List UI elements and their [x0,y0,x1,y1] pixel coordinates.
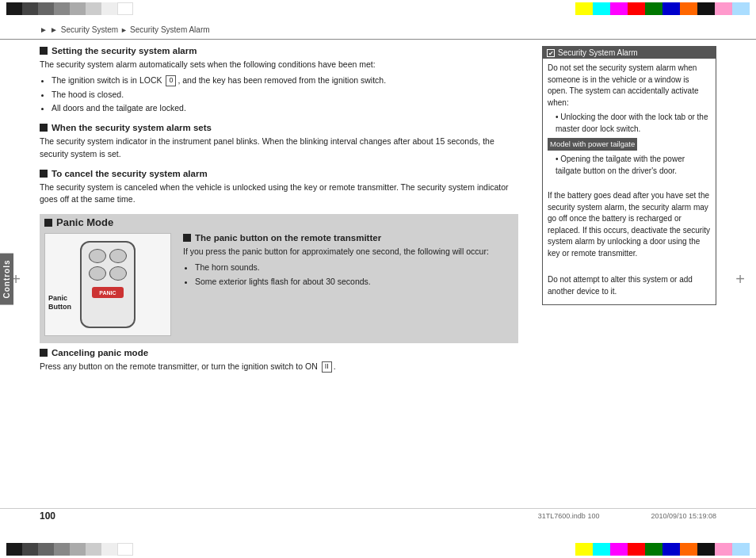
date-info-text: 2010/09/10 15:19:08 [651,512,716,520]
remote-transmitter: PANIC [80,241,136,328]
b-swatch-r [628,543,645,556]
cancel-panic-text-prefix: Press any button on the remote transmitt… [40,361,318,371]
cancel-panic-title: Canceling panic mode [52,348,148,357]
rb-bullet-text-1: Unlocking the door with the lock tab or … [556,113,708,133]
breadcrumb-separator: ► [120,26,128,34]
content-area: Setting the security system alarm The se… [0,40,756,531]
right-column: ✔ Security System Alarm Do not set the s… [542,46,716,531]
setting-alarm-heading: Setting the security system alarm [40,46,518,55]
panic-right: The panic button on the remote transmitt… [183,233,514,336]
breadcrumb-arrow2: ► [50,25,58,34]
inline-box-0: 0 [166,75,176,86]
swatch-magenta [610,2,628,15]
setting-alarm-bullets: The ignition switch is in LOCK 0, and th… [52,75,518,115]
heading-box-icon6 [40,349,48,357]
bottom-bar: 100 31TL7600.indb 100 2010/09/10 15:19:0… [0,508,756,523]
heading-box-icon3 [40,170,48,178]
heading-box-icon [40,47,48,55]
swatch-yellow [575,2,593,15]
b-swatch-p [715,543,732,556]
checkbox-icon: ✔ [547,49,555,57]
panic-button-text: PANIC [99,290,116,296]
heading-box-icon4 [44,219,52,227]
breadcrumb: ► ► Security System ► Security System Al… [0,17,756,40]
b-swatch-6 [86,543,101,556]
b-swatch-c [593,543,610,556]
rb-text-2: If the battery goes dead after you have … [548,190,711,259]
cancel-panic-body: Press any button on the remote transmitt… [40,361,518,373]
b-swatch-7 [101,543,117,556]
panic-title: Panic Mode [56,216,113,228]
cancel-alarm-body: The security system is canceled when the… [40,182,518,207]
setting-alarm-title: Setting the security system alarm [52,46,197,55]
remote-btn-4 [109,266,127,281]
b-swatch-b [662,543,680,556]
panic-remote-heading: The panic button on the remote transmitt… [183,233,514,243]
right-box-header: ✔ Security System Alarm [543,47,716,59]
rb-bullet-text-2: Opening the tailgate with the power tail… [556,155,685,175]
panic-bullet-text-1: The horn sounds. [195,262,260,272]
panic-button-label: Panic Button [48,294,71,311]
setting-alarm-body: The security system alarm automatically … [40,59,518,71]
panic-section: Panic Mode Panic Button [40,214,518,343]
panic-bullet-2: Some exterior lights flash for about 30 … [195,276,514,289]
side-tab: Controls [0,253,13,304]
swatch-white [117,2,133,15]
b-swatch-k [697,543,715,556]
model-highlight: Model with power tailgate [548,138,637,151]
cancel-alarm-heading: To cancel the security system alarm [40,169,518,178]
rb-text-3: Do not attempt to alter this system or a… [548,274,711,297]
b-swatch-o [680,543,697,556]
when-alarm-title: When the security system alarm sets [52,123,212,132]
swatch-light-gray [70,2,86,15]
when-alarm-heading: When the security system alarm sets [40,123,518,132]
swatch-lighter-gray [86,2,101,15]
swatch-orange [680,2,697,15]
right-box-body: Do not set the security system alarm whe… [543,59,716,304]
swatch-pink [715,2,732,15]
rb-bullet-2: • Opening the tailgate with the power ta… [556,154,711,177]
panic-bullet-1: The horn sounds. [195,262,514,274]
panic-heading: Panic Mode [44,216,514,228]
b-swatch-lb [732,543,750,556]
panic-bullet-text-2: Some exterior lights flash for about 30 … [195,277,371,286]
rb-text-1: Do not set the security system alarm whe… [548,63,711,109]
right-box: ✔ Security System Alarm Do not set the s… [542,46,716,305]
bullet-item-0: The ignition switch is in LOCK 0, and th… [52,75,518,87]
swatch-green [645,2,662,15]
swatch-red [628,2,645,15]
b-swatch-y [575,543,593,556]
bullet-text-1: The hood is closed. [52,90,124,99]
swatch-dark-gray [22,2,38,15]
b-swatch-4 [54,543,70,556]
swatch-gray [38,2,54,15]
b-swatch-8 [117,543,133,556]
page-number: 100 [40,510,55,522]
remote-btn-row-2 [89,266,127,281]
remote-btn-row-1 [89,249,127,263]
bullet-text-0b: , and the key has been removed from the … [178,75,386,85]
swatch-mid-gray [54,2,70,15]
cancel-alarm-title: To cancel the security system alarm [52,169,208,178]
heading-box-icon2 [40,124,48,132]
panic-remote-title: The panic button on the remote transmitt… [195,233,381,243]
panic-remote-body: If you press the panic button for approx… [183,246,514,258]
left-column: Setting the security system alarm The se… [40,46,526,531]
b-swatch-g [645,543,662,556]
swatch-black [6,2,22,15]
remote-btn-1 [89,249,106,263]
bullet-text-2: All doors and the tailgate are locked. [52,103,186,113]
swatch-black2 [697,2,715,15]
cancel-panic-heading: Canceling panic mode [40,348,518,357]
remote-btn-3 [89,266,106,281]
panic-red-button: PANIC [92,287,124,298]
file-info: 31TL7600.indb 100 2010/09/10 15:19:08 [538,512,716,520]
b-swatch-2 [22,543,38,556]
swatches-bottom-left [6,543,133,556]
remote-btn-2 [109,249,127,263]
bullet-item-2: All doors and the tailgate are locked. [52,102,518,115]
right-box-title: Security System Alarm [558,48,638,57]
swatch-near-white [101,2,117,15]
panic-bullets: The horn sounds. Some exterior lights fl… [195,262,514,289]
swatch-light-blue [732,2,750,15]
